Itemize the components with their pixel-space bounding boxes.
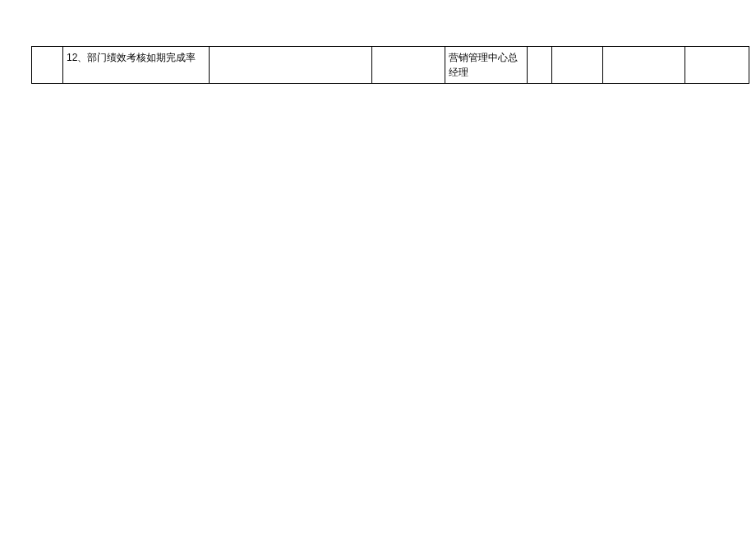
cell-c7 — [551, 47, 602, 84]
cell-c2: 12、部门绩效考核如期完成率 — [63, 47, 210, 84]
cell-c1 — [32, 47, 63, 84]
cell-c8 — [602, 47, 685, 84]
cell-c5: 营销管理中心总经理 — [445, 47, 527, 84]
document-table: 12、部门绩效考核如期完成率 营销管理中心总经理 — [31, 46, 749, 84]
cell-c9 — [685, 47, 749, 84]
cell-c3 — [210, 47, 372, 84]
cell-c4 — [372, 47, 445, 84]
cell-c6 — [527, 47, 551, 84]
document-table-container: 12、部门绩效考核如期完成率 营销管理中心总经理 — [31, 46, 749, 84]
table-row: 12、部门绩效考核如期完成率 营销管理中心总经理 — [32, 47, 749, 84]
